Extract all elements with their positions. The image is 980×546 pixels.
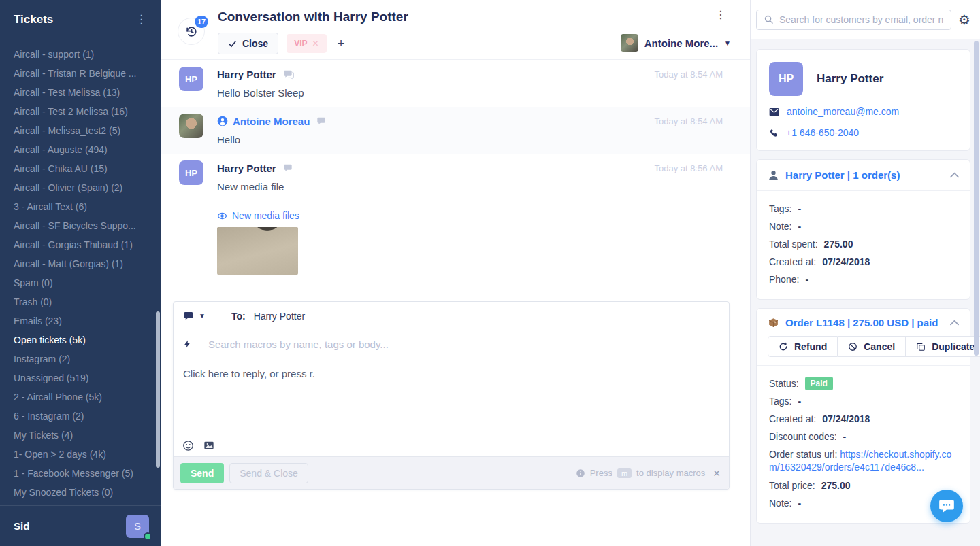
sidebar-item-sf-bicycles[interactable]: Aircall - SF Bicycles Suppo...	[0, 216, 161, 235]
sidebar-item-aircall-auguste[interactable]: Aircall - Auguste (494)	[0, 140, 161, 159]
sidebar-item-aircall-phone[interactable]: 2 - Aircall Phone (5k)	[0, 388, 161, 407]
remove-tag-icon[interactable]: ✕	[312, 39, 318, 48]
note-row: Note:-	[769, 494, 958, 512]
customer-search-input[interactable]	[779, 14, 944, 25]
field-row: Total spent:275.00	[769, 235, 958, 253]
new-media-files-link[interactable]: New media files	[217, 210, 723, 221]
sidebar-item-gorgias-thibaud[interactable]: Aircall - Gorgias Thibaud (1)	[0, 235, 161, 254]
add-tag-button[interactable]: +	[335, 36, 348, 51]
close-ticket-button[interactable]: Close	[218, 33, 278, 54]
to-recipient[interactable]: Harry Potter	[254, 311, 305, 322]
field-label: Phone:	[769, 274, 799, 285]
media-attachment-thumbnail[interactable]	[217, 227, 298, 275]
gear-icon[interactable]: ⚙	[958, 12, 970, 28]
sidebar-item-aircall-olivier[interactable]: Aircall - Olivier (Spain) (2)	[0, 178, 161, 197]
cancel-label: Cancel	[864, 341, 895, 352]
customer-phone-row: +1 646-650-2040	[769, 127, 958, 138]
avatar-initial: S	[134, 520, 141, 532]
sidebar-kebab-menu-icon[interactable]: ⋮	[135, 12, 148, 27]
reply-textarea[interactable]: Click here to reply, or press r.	[174, 358, 729, 434]
duplicate-order-button[interactable]: Duplicate	[906, 336, 980, 357]
sidebar-item-spam[interactable]: Spam (0)	[0, 273, 161, 292]
field-value: -	[843, 431, 847, 442]
sidebar-item-aircall-test-melissa[interactable]: Aircall - Test Melissa (13)	[0, 83, 161, 102]
sidebar-item-my-tickets[interactable]: My Tickets (4)	[0, 426, 161, 445]
message-author: Harry Potter	[217, 163, 276, 174]
sidebar-item-aircall-chika[interactable]: Aircall - Chika AU (15)	[0, 159, 161, 178]
right-panel-scrollbar[interactable]	[974, 41, 979, 356]
message-body: New media file	[217, 181, 723, 192]
chat-bubble-icon	[938, 497, 956, 515]
conversation-panel: 17 Conversation with Harry Potter Close …	[161, 0, 750, 546]
attach-image-icon[interactable]	[203, 440, 214, 451]
person-icon	[768, 169, 779, 181]
cancel-order-button[interactable]: Cancel	[838, 336, 906, 357]
to-label: To:	[231, 311, 246, 322]
sidebar-scrollbar[interactable]	[156, 311, 160, 468]
customer-search-field[interactable]	[756, 10, 951, 30]
sidebar-item-emails[interactable]: Emails (23)	[0, 311, 161, 330]
hint-suffix: to display macros	[636, 468, 705, 478]
sidebar-item-aircall-text[interactable]: 3 - Aircall Text (6)	[0, 197, 161, 216]
email-icon	[769, 107, 779, 116]
field-label: Total price:	[769, 480, 815, 491]
field-value: -	[798, 396, 801, 407]
field-row: Created at:07/24/2018	[769, 253, 958, 271]
sidebar-item-trash[interactable]: Trash (0)	[0, 292, 161, 311]
current-user-avatar[interactable]: S	[126, 515, 149, 538]
field-label: Tags:	[769, 396, 791, 407]
send-button[interactable]: Send	[180, 463, 224, 483]
message-timestamp: Today at 8:56 AM	[655, 163, 723, 173]
dismiss-hint-icon[interactable]: ✕	[713, 468, 721, 479]
message-timestamp: Today at 8:54 AM	[655, 116, 723, 126]
field-value: 275.00	[821, 480, 851, 491]
cancel-icon	[848, 342, 858, 352]
collapse-chevron-icon[interactable]	[950, 172, 959, 178]
composer-footer: Send Send & Close Press m to display mac…	[174, 456, 729, 489]
sidebar-item-aircall-support[interactable]: Aircall - support (1)	[0, 45, 161, 64]
field-row: Phone:-	[769, 271, 958, 288]
field-value: -	[798, 203, 801, 214]
sidebar-item-my-snoozed-tickets[interactable]: My Snoozed Tickets (0)	[0, 483, 161, 502]
chevron-down-icon: ▼	[199, 312, 206, 320]
sidebar-item-open-tickets[interactable]: Open tickets (5k)	[0, 330, 161, 349]
close-button-label: Close	[242, 38, 268, 49]
field-label: Created at:	[769, 256, 816, 267]
message-customer-1: HP Harry Potter Hello Bolster Sleep Toda…	[161, 60, 750, 107]
field-row: Tags:-	[769, 392, 958, 410]
field-value: -	[798, 498, 801, 509]
sidebar-item-aircall-test-2-melissa[interactable]: Aircall - Test 2 Melissa (16)	[0, 102, 161, 121]
order-status-row: Status: Paid	[769, 375, 958, 392]
order-status-url-row: Order status url: https://checkout.shopi…	[769, 448, 958, 474]
conversation-kebab-menu-icon[interactable]: ⋮	[715, 8, 727, 21]
sidebar-item-aircall-melissa-test2[interactable]: Aircall - Melissa_test2 (5)	[0, 121, 161, 140]
refund-button[interactable]: Refund	[768, 336, 838, 357]
collapse-chevron-icon[interactable]	[950, 320, 959, 326]
assignee-selector[interactable]: Antoine More... ▼	[621, 34, 731, 52]
agent-name: Antoine Moreau	[233, 116, 310, 127]
sidebar-item-facebook-messenger[interactable]: 1 - Facebook Messenger (5)	[0, 464, 161, 483]
channel-chat-icon	[316, 116, 327, 126]
send-and-close-button[interactable]: Send & Close	[229, 463, 308, 483]
message-body: Hello	[217, 134, 723, 146]
sidebar-item-aircall-tristan[interactable]: Aircall - Tristan R Belgique ...	[0, 64, 161, 83]
channel-selector[interactable]: ▼	[183, 310, 206, 322]
message-list: HP Harry Potter Hello Bolster Sleep Toda…	[161, 60, 750, 283]
vip-tag[interactable]: VIP ✕	[287, 34, 326, 53]
customer-email-link[interactable]: antoine_moreau@me.com	[787, 106, 899, 117]
sidebar-item-open-2-days[interactable]: 1- Open > 2 days (4k)	[0, 445, 161, 464]
sidebar-item-unassigned[interactable]: Unassigned (519)	[0, 369, 161, 388]
customer-phone-link[interactable]: +1 646-650-2040	[786, 127, 859, 138]
sidebar-item-matt-gorgias[interactable]: Aircall - Matt (Gorgias) (1)	[0, 254, 161, 273]
support-chat-widget-button[interactable]	[930, 490, 963, 522]
composer-recipient-row: ▼ To: Harry Potter	[174, 302, 729, 330]
emoji-icon[interactable]	[182, 440, 194, 451]
macro-search-input[interactable]	[208, 339, 719, 350]
sidebar-item-6-instagram[interactable]: 6 - Instagram (2)	[0, 407, 161, 426]
assignee-name: Antoine More...	[644, 37, 718, 49]
customer-panel-content: HP Harry Potter antoine_moreau@me.com +1…	[751, 39, 980, 524]
customer-orders-header[interactable]: Harry Potter | 1 order(s)	[757, 160, 970, 191]
customer-name: Harry Potter	[817, 72, 883, 86]
customer-profile-card: HP Harry Potter antoine_moreau@me.com +1…	[756, 49, 970, 151]
sidebar-item-instagram[interactable]: Instagram (2)	[0, 349, 161, 369]
